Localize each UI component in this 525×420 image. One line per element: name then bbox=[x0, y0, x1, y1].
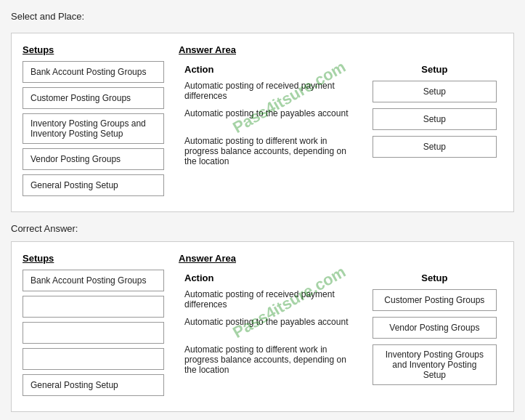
setup-box-4[interactable]: Customer Posting Groups bbox=[373, 289, 497, 311]
setup-item-customer[interactable]: Customer Posting Groups bbox=[23, 87, 164, 109]
setup-cell-6: Inventory Posting Groups and Inventory P… bbox=[367, 342, 502, 388]
setups-title-2: Setups bbox=[23, 253, 164, 264]
setup-cell-1: Setup bbox=[367, 78, 502, 105]
setup-cell-2: Setup bbox=[367, 105, 502, 133]
select-place-label: Select and Place: bbox=[11, 11, 514, 22]
setup-col-header-2: Setup bbox=[367, 270, 502, 286]
setup-item-general-2[interactable]: General Posting Setup bbox=[23, 374, 164, 396]
setup-item-bank-2[interactable]: Bank Account Posting Groups bbox=[23, 270, 164, 291]
setup-box-3[interactable]: Setup bbox=[373, 136, 497, 158]
action-text-6: Automatic posting to different work in p… bbox=[179, 342, 367, 388]
setup-item-bank[interactable]: Bank Account Posting Groups bbox=[23, 61, 164, 83]
setup-col-header-1: Setup bbox=[367, 61, 502, 78]
answer-table-2: Action Setup Automatic posting of receiv… bbox=[179, 270, 502, 388]
answer-area-title-2: Answer Area bbox=[179, 253, 502, 264]
action-text-3: Automatic posting to different work in p… bbox=[179, 133, 367, 169]
correct-answer-section: Pass4itsure.com Setups Bank Account Post… bbox=[11, 241, 514, 412]
setup-item-inventory[interactable]: Inventory Posting Groups and Inventory P… bbox=[23, 113, 164, 144]
answer-row-1: Automatic posting of received payment di… bbox=[179, 78, 502, 105]
setup-item-general[interactable]: General Posting Setup bbox=[23, 174, 164, 196]
setups-panel-1: Setups Bank Account Posting Groups Custo… bbox=[23, 44, 164, 201]
answer-row-3: Automatic posting to different work in p… bbox=[179, 133, 502, 169]
action-col-header-1: Action bbox=[179, 61, 367, 78]
setups-panel-2: Setups Bank Account Posting Groups Gener… bbox=[23, 253, 164, 400]
setup-item-empty-2 bbox=[23, 322, 164, 344]
answer-table-1: Action Setup Automatic posting of receiv… bbox=[179, 61, 502, 169]
answer-area-1: Answer Area Action Setup Automatic posti… bbox=[179, 44, 502, 169]
answer-area-2: Answer Area Action Setup Automatic posti… bbox=[179, 253, 502, 388]
select-place-section: Pass4itsure.com Setups Bank Account Post… bbox=[11, 33, 514, 212]
answer-row-6: Automatic posting to different work in p… bbox=[179, 342, 502, 388]
answer-row-2: Automatic posting to the payables accoun… bbox=[179, 105, 502, 133]
setup-item-empty-3 bbox=[23, 348, 164, 370]
answer-row-5: Automatic posting to the payables accoun… bbox=[179, 314, 502, 342]
setup-box-1[interactable]: Setup bbox=[373, 81, 497, 102]
setup-item-vendor[interactable]: Vendor Posting Groups bbox=[23, 148, 164, 170]
setup-box-6[interactable]: Inventory Posting Groups and Inventory P… bbox=[373, 344, 497, 385]
setup-cell-5: Vendor Posting Groups bbox=[367, 314, 502, 342]
answer-row-4: Automatic posting of received payment di… bbox=[179, 286, 502, 314]
action-col-header-2: Action bbox=[179, 270, 367, 286]
setup-item-empty-1 bbox=[23, 296, 164, 318]
setups-title-1: Setups bbox=[23, 44, 164, 55]
correct-answer-label: Correct Answer: bbox=[11, 223, 514, 234]
action-text-4: Automatic posting of received payment di… bbox=[179, 286, 367, 314]
action-text-2: Automatic posting to the payables accoun… bbox=[179, 105, 367, 133]
setup-box-5[interactable]: Vendor Posting Groups bbox=[373, 317, 497, 339]
action-text-1: Automatic posting of received payment di… bbox=[179, 78, 367, 105]
setup-cell-3: Setup bbox=[367, 133, 502, 169]
setup-box-2[interactable]: Setup bbox=[373, 108, 497, 130]
answer-area-title-1: Answer Area bbox=[179, 44, 502, 55]
action-text-5: Automatic posting to the payables accoun… bbox=[179, 314, 367, 342]
setup-cell-4: Customer Posting Groups bbox=[367, 286, 502, 314]
